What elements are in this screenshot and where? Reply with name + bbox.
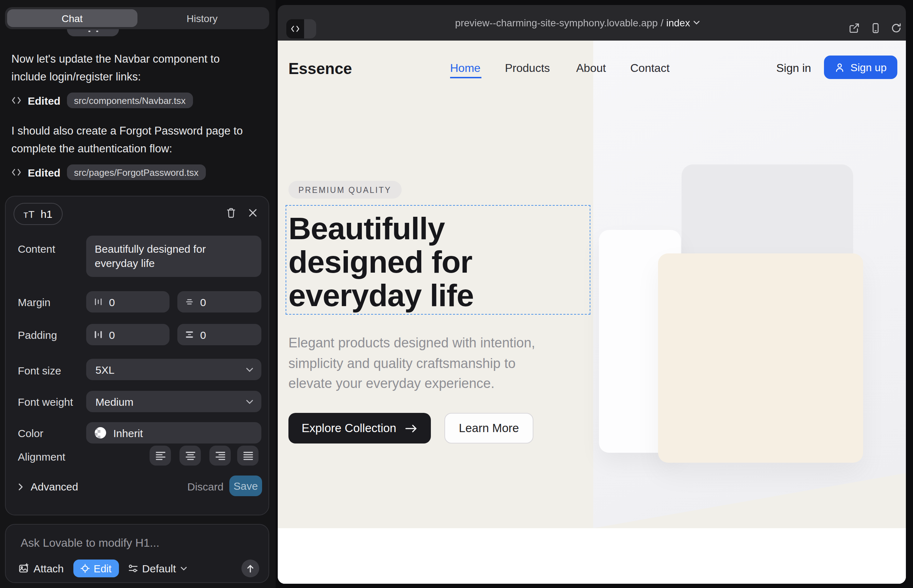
padding-x-icon — [94, 330, 102, 339]
edited-file-row: Edited src/components/Navbar.tsx — [11, 91, 193, 110]
chat-message: Now let's update the Navbar component to… — [11, 50, 252, 86]
edited-file-row: Edited src/pages/ForgotPassword.tsx — [11, 163, 206, 181]
margin-x-input[interactable]: 0 — [86, 291, 170, 312]
nav-active-underline — [450, 77, 481, 78]
tab-history[interactable]: History — [137, 9, 267, 27]
prompt-box[interactable]: Ask Lovable to modify H1... Attach Edit … — [5, 524, 269, 583]
attach-button[interactable]: Attach — [18, 562, 64, 575]
chevron-down-icon — [246, 367, 254, 372]
margin-y-input[interactable]: 0 — [177, 291, 261, 312]
target-icon — [80, 564, 89, 573]
color-swatch — [95, 427, 106, 438]
font-weight-label: Font weight — [18, 396, 73, 408]
code-icon — [11, 168, 21, 176]
sliders-icon — [128, 564, 138, 573]
edit-mode-button[interactable]: Edit — [73, 559, 118, 577]
clipped-chip — [67, 29, 119, 36]
file-chip[interactable]: src/pages/ForgotPassword.tsx — [67, 165, 206, 180]
hero-heading[interactable]: Beautifully designed for everyday life — [288, 212, 474, 312]
element-editor: тT h1 Content Beautifully designed for e… — [5, 196, 269, 515]
preview-pane: preview--charming-site-symphony.lovable.… — [278, 5, 906, 584]
site-logo[interactable]: Essence — [288, 60, 352, 78]
padding-label: Padding — [18, 329, 57, 341]
padding-x-input[interactable]: 0 — [86, 324, 170, 345]
site-canvas: Essence Home Products About Contact Sign… — [278, 40, 906, 584]
code-icon — [11, 96, 21, 105]
text-type-icon: тT — [24, 208, 35, 220]
open-external-button[interactable] — [849, 23, 860, 34]
code-preview-toggle[interactable] — [286, 19, 316, 39]
delete-element-button[interactable] — [224, 207, 237, 219]
alignment-label: Alignment — [18, 451, 65, 463]
edited-label: Edited — [28, 94, 60, 107]
content-input[interactable]: Beautifully designed for everyday life — [86, 236, 261, 277]
section-below — [278, 528, 906, 584]
padding-y-input[interactable]: 0 — [177, 324, 261, 345]
hero-paragraph: Elegant products designed with intention… — [288, 333, 560, 394]
padding-y-icon — [185, 330, 194, 339]
edited-label: Edited — [28, 166, 60, 178]
code-icon — [286, 19, 304, 39]
chevron-down-icon — [180, 566, 187, 570]
chevron-down-icon — [246, 399, 254, 404]
attach-image-icon — [18, 563, 29, 574]
element-tag-chip[interactable]: тT h1 — [13, 203, 62, 225]
font-size-select[interactable]: 5XL — [86, 359, 261, 380]
nav-products[interactable]: Products — [505, 62, 550, 75]
user-icon — [835, 62, 845, 72]
align-right-button[interactable] — [209, 446, 231, 465]
toggle-handle — [304, 19, 316, 39]
hero-badge: PREMIUM QUALITY — [288, 181, 401, 199]
font-size-label: Font size — [18, 365, 61, 376]
file-chip[interactable]: src/components/Navbar.tsx — [67, 92, 193, 108]
align-center-button[interactable] — [180, 446, 201, 465]
chat-message: I should also create a Forgot Password p… — [11, 123, 252, 157]
align-justify-button[interactable] — [237, 446, 259, 465]
discard-button[interactable]: Discard — [187, 480, 223, 493]
margin-x-icon — [94, 297, 102, 306]
chevron-down-icon — [693, 21, 700, 25]
arrow-up-icon — [246, 564, 255, 573]
decor-card-cream — [658, 254, 863, 463]
chevron-right-icon — [18, 482, 24, 491]
prompt-placeholder: Ask Lovable to modify H1... — [21, 537, 160, 549]
refresh-button[interactable] — [891, 23, 902, 34]
color-select[interactable]: Inherit — [86, 422, 261, 444]
margin-y-icon — [185, 297, 194, 306]
nav-about[interactable]: About — [576, 62, 606, 75]
content-label: Content — [18, 243, 55, 255]
align-left-button[interactable] — [149, 446, 171, 465]
font-weight-select[interactable]: Medium — [86, 391, 261, 412]
tabbar: Chat History — [5, 7, 269, 29]
nav-contact[interactable]: Contact — [630, 62, 669, 75]
element-tag: h1 — [40, 208, 52, 220]
learn-more-button[interactable]: Learn More — [444, 413, 533, 444]
save-button[interactable]: Save — [229, 475, 262, 496]
sign-in-link[interactable]: Sign in — [776, 62, 811, 75]
margin-label: Margin — [18, 296, 50, 308]
send-button[interactable] — [241, 559, 259, 577]
arrow-right-icon — [406, 424, 418, 433]
preview-url[interactable]: preview--charming-site-symphony.lovable.… — [455, 5, 700, 40]
tab-chat[interactable]: Chat — [7, 9, 137, 27]
chat-panel: Chat History Now let's update the Navbar… — [0, 0, 275, 588]
advanced-toggle[interactable]: Advanced — [18, 480, 78, 493]
mobile-view-button[interactable] — [870, 23, 881, 34]
close-editor-button[interactable] — [246, 207, 259, 219]
color-label: Color — [18, 427, 44, 439]
sign-up-button[interactable]: Sign up — [824, 55, 897, 79]
explore-collection-button[interactable]: Explore Collection — [288, 413, 431, 444]
nav-home[interactable]: Home — [450, 62, 480, 75]
mode-select[interactable]: Default — [128, 562, 187, 575]
